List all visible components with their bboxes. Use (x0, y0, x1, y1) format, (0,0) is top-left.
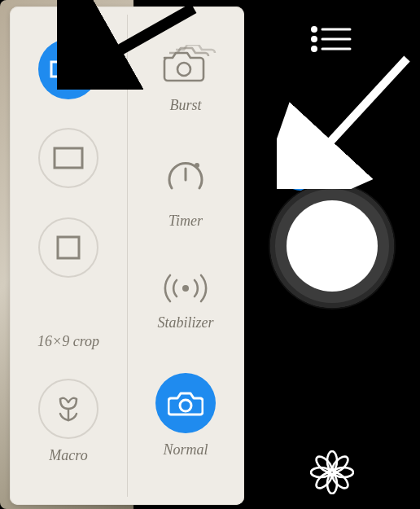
aspect-square-option[interactable] (38, 217, 98, 304)
close-button[interactable] (282, 153, 319, 191)
svg-rect-1 (55, 148, 82, 168)
burst-label: Burst (169, 97, 201, 114)
timer-option[interactable]: Timer (161, 156, 210, 230)
stabilizer-label: Stabilizer (157, 314, 213, 331)
macro-label: Macro (49, 447, 87, 464)
options-panel: 16×9 crop Macro (10, 7, 244, 505)
macro-option[interactable]: Macro (38, 379, 98, 464)
svg-point-12 (313, 47, 317, 51)
camera-icon (155, 373, 216, 433)
burst-option[interactable]: Burst (155, 45, 217, 114)
svg-point-10 (313, 37, 317, 42)
gallery-button[interactable] (310, 450, 354, 494)
svg-point-7 (180, 400, 191, 411)
timer-icon (161, 156, 210, 204)
capture-controls (244, 0, 420, 509)
aspect-standard-icon (38, 128, 98, 188)
svg-rect-0 (51, 62, 85, 77)
normal-option[interactable]: Normal (155, 373, 216, 459)
svg-point-6 (182, 285, 189, 292)
svg-point-5 (195, 163, 199, 168)
shutter-button[interactable] (270, 184, 394, 308)
svg-point-8 (313, 28, 317, 32)
burst-icon (155, 45, 217, 89)
aspect-standard-option[interactable] (38, 128, 98, 188)
tulip-icon (38, 379, 98, 439)
aspect-square-icon (38, 217, 98, 278)
shutter-inner (287, 200, 378, 292)
aspect-wide-option[interactable] (38, 39, 98, 99)
stabilizer-option[interactable]: Stabilizer (157, 270, 214, 331)
stabilizer-icon (157, 270, 214, 306)
crop-caption: 16×9 crop (37, 333, 99, 350)
svg-rect-2 (58, 237, 79, 258)
timer-label: Timer (168, 213, 203, 230)
svg-point-17 (329, 469, 335, 476)
menu-button[interactable] (309, 23, 355, 55)
aspect-wide-icon (38, 39, 98, 99)
normal-label: Normal (163, 441, 208, 459)
svg-point-3 (177, 63, 190, 76)
